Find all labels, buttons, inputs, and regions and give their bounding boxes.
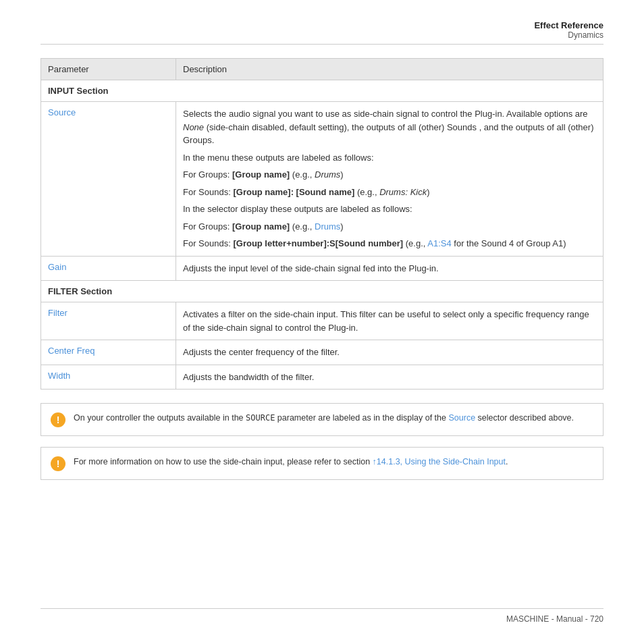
param-name-cell: Center Freq — [41, 340, 176, 365]
page-container: Effect Reference Dynamics Parameter Desc… — [0, 0, 644, 644]
param-name-cell: Source — [41, 102, 176, 257]
source-link-1[interactable]: Source — [448, 413, 475, 423]
desc-paragraph: Adjusts the center frequency of the filt… — [183, 346, 596, 359]
table-row: SourceSelects the audio signal you want … — [41, 102, 603, 257]
desc-paragraph: For Groups: [Group name] (e.g., Drums) — [183, 220, 596, 234]
param-name: Filter — [48, 308, 68, 318]
param-name-cell: Width — [41, 365, 176, 390]
table-section-row: INPUT Section — [41, 80, 603, 102]
desc-paragraph: In the menu these outputs are labeled as… — [183, 151, 596, 165]
param-name: Width — [48, 371, 70, 381]
table-row: Center FreqAdjusts the center frequency … — [41, 340, 603, 365]
desc-paragraph: Adjusts the bandwidth of the filter. — [183, 371, 596, 384]
param-desc-cell: Activates a filter on the side-chain inp… — [176, 302, 603, 340]
page-header: Effect Reference Dynamics — [41, 20, 603, 45]
param-name-cell: Gain — [41, 256, 176, 281]
table-row: FilterActivates a filter on the side-cha… — [41, 302, 603, 340]
table-row: GainAdjusts the input level of the side-… — [41, 256, 603, 281]
desc-paragraph: For Groups: [Group name] (e.g., Drums) — [183, 168, 596, 182]
page-footer: MASCHINE - Manual - 720 — [41, 608, 603, 624]
note-text-2: For more information on how to use the s… — [74, 456, 508, 468]
desc-paragraph: Adjusts the input level of the side-chai… — [183, 262, 596, 275]
section-label: INPUT Section — [41, 80, 603, 102]
header-title: Effect Reference — [41, 20, 603, 30]
desc-paragraph: Activates a filter on the side-chain inp… — [183, 308, 596, 334]
source-code: SOURCE — [246, 413, 275, 423]
note-box-1: ! On your controller the outputs availab… — [41, 403, 603, 436]
footer-text: MASCHINE - Manual - 720 — [506, 614, 603, 624]
note-box-2: ! For more information on how to use the… — [41, 447, 603, 480]
desc-paragraph: In the selector display these outputs ar… — [183, 203, 596, 216]
param-desc-cell: Adjusts the center frequency of the filt… — [176, 340, 603, 365]
note-icon-1: ! — [51, 412, 65, 427]
table-row: WidthAdjusts the bandwidth of the filter… — [41, 365, 603, 390]
col-header-param: Parameter — [41, 59, 176, 80]
desc-paragraph: For Sounds: [Group letter+number]:S[Soun… — [183, 237, 596, 250]
param-desc-cell: Adjusts the bandwidth of the filter. — [176, 365, 603, 390]
note-text-1: On your controller the outputs available… — [74, 412, 574, 425]
table-section-row: FILTER Section — [41, 281, 603, 302]
desc-paragraph: For Sounds: [Group name]: [Sound name] (… — [183, 186, 596, 199]
header-subtitle: Dynamics — [41, 30, 603, 40]
param-name: Center Freq — [48, 346, 95, 356]
table-header-row: Parameter Description — [41, 59, 603, 80]
section-label: FILTER Section — [41, 281, 603, 302]
note-icon-2: ! — [51, 456, 65, 471]
param-desc-cell: Adjusts the input level of the side-chai… — [176, 256, 603, 281]
section-link[interactable]: ↑14.1.3, Using the Side-Chain Input — [373, 457, 506, 466]
param-name: Source — [48, 107, 76, 117]
param-name: Gain — [48, 262, 66, 272]
param-desc-cell: Selects the audio signal you want to use… — [176, 102, 603, 257]
desc-paragraph: Selects the audio signal you want to use… — [183, 107, 596, 147]
parameter-table: Parameter Description INPUT SectionSourc… — [41, 58, 603, 390]
col-header-desc: Description — [176, 59, 603, 80]
param-name-cell: Filter — [41, 302, 176, 340]
